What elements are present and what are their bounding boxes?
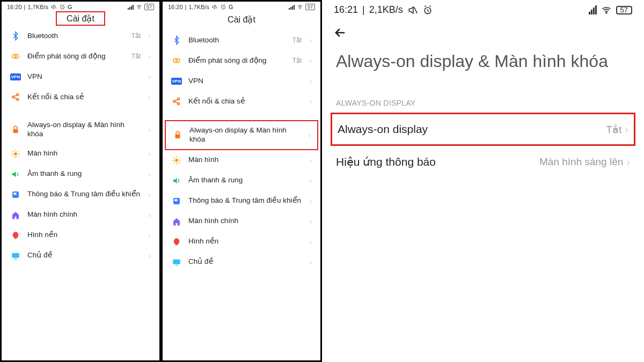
chevron-right-icon: ›	[309, 156, 312, 165]
vpn-icon: VPN	[171, 76, 182, 86]
item-label: Chủ đề	[27, 251, 142, 260]
item-label: Kết nối & chia sẻ	[27, 93, 142, 102]
home-icon	[171, 216, 182, 227]
aod-lockscreen-screen: 16:21 | 2,1KB/s 57 Always-on display & M…	[322, 0, 644, 362]
settings-list: Bluetooth Tắt › Điểm phát sóng di động T…	[163, 30, 320, 272]
settings-item-aod-lockscreen[interactable]: Always-on display & Màn hình khóa ›	[165, 120, 318, 150]
bluetooth-icon	[171, 35, 182, 46]
wifi-icon	[601, 5, 612, 16]
row-label: Always-on display	[338, 123, 428, 136]
status-bar: 16:21 | 2,1KB/s 57	[322, 0, 644, 18]
chevron-right-icon: ›	[148, 125, 151, 134]
signal-icon	[128, 5, 134, 10]
settings-item-hotspot[interactable]: Điểm phát sóng di động Tắt ›	[165, 50, 318, 71]
item-label: VPN	[188, 77, 303, 86]
item-label: Hình nền	[188, 237, 303, 246]
chevron-right-icon: ›	[626, 156, 630, 168]
chevron-right-icon: ›	[148, 150, 151, 158]
status-rate: 1,7KB/s	[188, 4, 209, 10]
settings-item-connect-share[interactable]: Kết nối & chia sẻ ›	[4, 87, 157, 107]
settings-list: Bluetooth Tắt › Điểm phát sóng di động T…	[2, 26, 159, 266]
svg-line-16	[13, 156, 14, 157]
home-icon	[10, 210, 21, 220]
sound-icon	[171, 175, 182, 186]
item-value: Tắt	[292, 36, 302, 44]
settings-item-home[interactable]: Màn hình chính ›	[4, 205, 157, 225]
row-value: Tắt	[606, 123, 621, 136]
svg-point-2	[138, 9, 139, 9]
battery-icon: 57	[616, 6, 632, 14]
settings-item-notifications[interactable]: Thông báo & Trung tâm điều khiển ›	[165, 191, 318, 211]
settings-item-wallpaper[interactable]: Hình nền ›	[165, 232, 318, 252]
alarm-icon	[422, 5, 433, 16]
wallpaper-icon	[171, 237, 182, 247]
settings-item-wallpaper[interactable]: Hình nền ›	[4, 225, 157, 246]
settings-item-sound[interactable]: Âm thanh & rung ›	[165, 171, 318, 191]
settings-item-sound[interactable]: Âm thanh & rung ›	[4, 164, 157, 184]
status-time: 16:21	[334, 4, 358, 16]
status-rate: 1,7KB/s	[27, 4, 48, 10]
item-label: Điểm phát sóng di động	[27, 52, 125, 61]
chevron-right-icon: ›	[148, 231, 151, 240]
status-bar: 16:20 | 1,7KB/s G 57	[163, 2, 320, 11]
svg-rect-30	[175, 134, 180, 138]
settings-item-bluetooth[interactable]: Bluetooth Tắt ›	[165, 30, 318, 50]
settings-item-hotspot[interactable]: Điểm phát sóng di động Tắt ›	[4, 46, 157, 67]
lock-icon	[10, 124, 21, 135]
item-label: Always-on display & Màn hình khóa	[189, 126, 302, 144]
settings-item-notifications[interactable]: Thông báo & Trung tâm điều khiển ›	[4, 184, 157, 205]
chevron-right-icon: ›	[309, 258, 312, 267]
page-title: Cài đặt	[56, 11, 105, 26]
settings-item-vpn[interactable]: VPN VPN ›	[165, 71, 318, 91]
hotspot-icon	[171, 55, 182, 66]
item-label: Hình nền	[27, 231, 142, 240]
settings-item-home[interactable]: Màn hình chính ›	[165, 211, 318, 232]
settings-item-themes[interactable]: Chủ đề ›	[165, 252, 318, 272]
settings-item-themes[interactable]: Chủ đề ›	[4, 246, 157, 266]
svg-line-14	[13, 151, 14, 152]
status-time: 16:20	[168, 4, 183, 10]
section-header: ALWAYS-ON DISPLAY	[322, 77, 644, 113]
svg-rect-43	[175, 265, 178, 266]
google-icon: G	[229, 4, 233, 10]
svg-line-0	[54, 5, 56, 9]
settings-item-connect-share[interactable]: Kết nối & chia sẻ ›	[165, 91, 318, 112]
item-label: Thông báo & Trung tâm điều khiển	[27, 190, 142, 199]
chevron-right-icon: ›	[625, 123, 628, 136]
chevron-right-icon: ›	[309, 238, 312, 246]
settings-item-bluetooth[interactable]: Bluetooth Tắt ›	[4, 26, 157, 46]
sun-icon	[171, 155, 182, 166]
wallpaper-icon	[10, 230, 21, 241]
chevron-right-icon: ›	[148, 170, 151, 179]
item-label: Màn hình chính	[27, 210, 142, 219]
setting-row-aod[interactable]: Always-on display Tắt ›	[331, 113, 635, 146]
chevron-right-icon: ›	[148, 211, 151, 219]
chevron-right-icon: ›	[309, 197, 312, 205]
svg-line-15	[18, 156, 19, 157]
mute-icon	[211, 4, 218, 10]
item-label: Chủ đề	[188, 257, 303, 267]
wifi-icon	[136, 4, 142, 10]
item-label: Kết nối & chia sẻ	[188, 97, 303, 106]
svg-line-37	[179, 162, 180, 164]
chevron-right-icon: ›	[148, 252, 151, 260]
item-label: Thông báo & Trung tâm điều khiển	[188, 196, 303, 205]
chevron-right-icon: ›	[309, 56, 312, 65]
alarm-icon	[220, 4, 226, 10]
item-label: Âm thanh & rung	[188, 176, 303, 185]
settings-item-display[interactable]: Màn hình ›	[4, 144, 157, 164]
page-title: Always-on display & Màn hình khóa	[322, 43, 644, 77]
svg-line-17	[18, 151, 19, 152]
settings-item-display[interactable]: Màn hình ›	[165, 150, 318, 171]
setting-row-notification-effect[interactable]: Hiệu ứng thông báo Màn hình sáng lên ›	[322, 146, 644, 178]
svg-point-31	[175, 159, 178, 162]
settings-item-vpn[interactable]: VPN VPN ›	[4, 67, 157, 87]
svg-point-24	[299, 9, 300, 9]
svg-line-39	[179, 158, 180, 159]
status-bar: 16:20 | 1,7KB/s G 57	[2, 2, 159, 11]
settings-item-aod-lockscreen[interactable]: Always-on display & Màn hình khóa ›	[4, 116, 157, 144]
back-button[interactable]	[322, 18, 644, 43]
chevron-right-icon: ›	[309, 77, 312, 85]
page-title: Cài đặt	[163, 11, 320, 30]
share-icon	[10, 92, 21, 102]
